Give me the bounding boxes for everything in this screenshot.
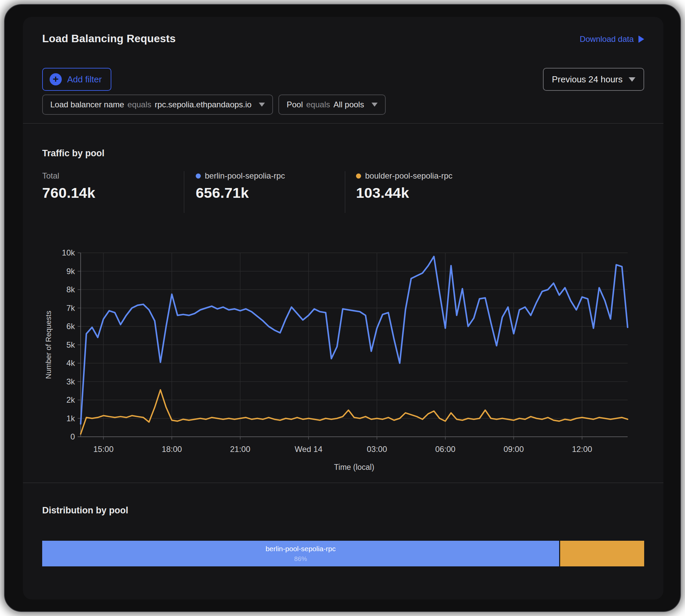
- traffic-line-chart: 01k2k3k4k5k6k7k8k9k10k15:0018:0021:00Wed…: [42, 247, 644, 474]
- x-axis-title: Time (local): [334, 463, 374, 471]
- chevron-down-icon: [259, 103, 265, 107]
- y-tick-label: 10k: [62, 248, 75, 257]
- chevron-down-icon: [628, 77, 635, 82]
- stat-total-value: 760.14k: [42, 185, 95, 201]
- chevron-down-icon: [372, 103, 378, 107]
- section-divider: [23, 483, 663, 483]
- filter-chip-load-balancer[interactable]: Load balancer name equals rpc.sepolia.et…: [42, 94, 273, 115]
- x-tick-label: 09:00: [504, 444, 524, 454]
- x-tick-label: 18:00: [162, 444, 182, 454]
- x-tick-label: 06:00: [435, 444, 456, 454]
- distribution-segment-berlin[interactable]: berlin-pool-sepolia-rpc 86%: [42, 541, 559, 566]
- stat-boulder-value: 103.44k: [356, 185, 452, 201]
- play-arrow-icon: [638, 36, 644, 43]
- y-tick-label: 2k: [66, 395, 75, 404]
- y-tick-label: 3k: [66, 377, 75, 386]
- y-tick-label: 8k: [66, 285, 75, 294]
- controls-row: + Add filter Previous 24 hours: [42, 68, 644, 91]
- stats-divider: [345, 171, 345, 213]
- page-title: Load Balancing Requests: [42, 32, 176, 45]
- traffic-stats-row: Total 760.14k berlin-pool-sepolia-rpc 65…: [23, 171, 663, 215]
- x-tick-label: 15:00: [93, 444, 114, 454]
- y-tick-label: 4k: [66, 358, 75, 368]
- stat-berlin-pool: berlin-pool-sepolia-rpc 656.71k: [196, 171, 285, 201]
- y-tick-label: 1k: [66, 414, 75, 423]
- y-tick-label: 0: [70, 432, 75, 441]
- stat-boulder-pool: boulder-pool-sepolia-rpc 103.44k: [356, 171, 452, 201]
- time-range-value: Previous 24 hours: [552, 74, 623, 85]
- filter-chip-pool[interactable]: Pool equals All pools: [279, 94, 386, 115]
- stat-total: Total 760.14k: [42, 171, 95, 201]
- x-tick-label: 21:00: [230, 444, 250, 454]
- load-balancing-card: Load Balancing Requests Download data + …: [23, 17, 663, 599]
- boulder-pool-sepolia-rpc-line: [81, 390, 628, 434]
- section-divider: [23, 123, 663, 124]
- y-tick-label: 7k: [66, 304, 75, 312]
- filter-chips-row: Load balancer name equals rpc.sepolia.et…: [42, 94, 386, 115]
- y-axis-title: Number of Requests: [44, 311, 53, 379]
- berlin-legend-dot-icon: [196, 174, 201, 179]
- plus-circle-icon: +: [50, 73, 62, 85]
- distribution-bar: berlin-pool-sepolia-rpc 86%: [42, 541, 644, 566]
- y-tick-label: 9k: [66, 267, 75, 276]
- download-data-link[interactable]: Download data: [580, 35, 644, 44]
- chart-svg: 01k2k3k4k5k6k7k8k9k10k15:0018:0021:00Wed…: [42, 247, 644, 474]
- y-tick-label: 5k: [66, 340, 75, 349]
- stat-berlin-value: 656.71k: [196, 185, 285, 201]
- distribution-segment-boulder[interactable]: [560, 541, 644, 566]
- y-tick-label: 6k: [66, 322, 75, 331]
- time-range-dropdown[interactable]: Previous 24 hours: [543, 68, 644, 91]
- stats-divider: [184, 171, 184, 213]
- x-tick-label: 12:00: [572, 444, 592, 454]
- distribution-section-heading: Distribution by pool: [42, 505, 128, 516]
- traffic-section-heading: Traffic by pool: [42, 148, 105, 159]
- x-tick-label: Wed 14: [294, 444, 322, 454]
- add-filter-button[interactable]: + Add filter: [42, 68, 111, 91]
- x-tick-label: 03:00: [367, 444, 387, 454]
- boulder-legend-dot-icon: [356, 174, 361, 179]
- app-window: Load Balancing Requests Download data + …: [4, 4, 681, 612]
- download-data-label: Download data: [580, 35, 634, 44]
